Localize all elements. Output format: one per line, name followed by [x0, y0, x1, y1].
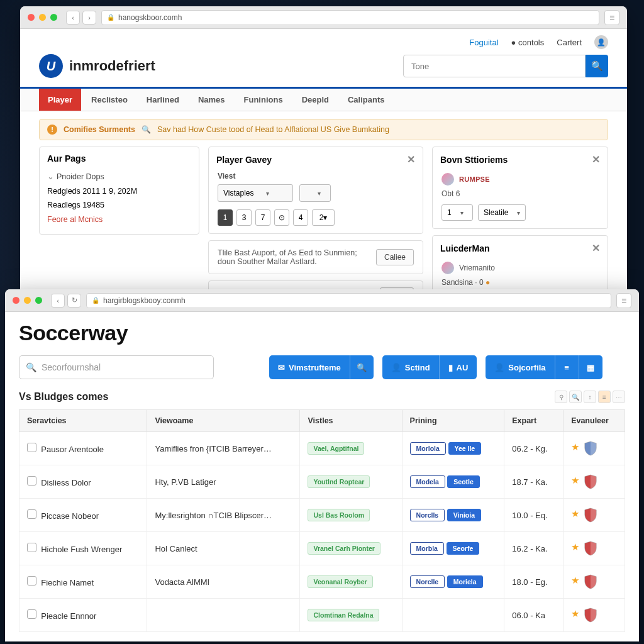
table-row[interactable]: Disliess Dolor Hty, P.VB Latiger Youtlnd…: [19, 465, 625, 499]
back-button[interactable]: ‹: [66, 11, 80, 25]
tool-sort[interactable]: ↕: [584, 391, 596, 403]
table-row[interactable]: Pieacle Ennnor Clomtinan Redalna 06.0 - …: [19, 599, 625, 632]
table-row[interactable]: Fiechie Namet Vodacta AlMMI Veonanal Roy…: [19, 565, 625, 599]
select-vistaples[interactable]: Vistaples: [218, 184, 293, 202]
nav-tab-reclisteo[interactable]: Reclisteo: [82, 89, 136, 111]
nav-tab-calipants[interactable]: Calipants: [339, 89, 394, 111]
btn-sojcorfila[interactable]: 👤Sojcorfila: [486, 355, 554, 379]
minimize-dot[interactable]: [39, 14, 46, 21]
table-row[interactable]: Piccase Nobeor My:llesrighton ∩TCIB Blip…: [19, 499, 625, 532]
close-dot[interactable]: [28, 14, 35, 21]
nav-tab-names[interactable]: Names: [189, 89, 234, 111]
sidebar-item-3[interactable]: Feore al Mcnics: [47, 213, 191, 227]
pill-2[interactable]: Yee lle: [448, 442, 482, 455]
col-seravtcies[interactable]: Seravtcies: [19, 410, 147, 432]
search-icon: 🔍: [357, 363, 367, 372]
sidebar-item-0[interactable]: ⌄Pnoider Dops: [47, 170, 191, 184]
menu-button[interactable]: ≡: [616, 293, 631, 308]
col-evanuleer[interactable]: Evanuleer: [564, 410, 625, 432]
brand-text[interactable]: Soccerway: [19, 321, 625, 345]
pill-1[interactable]: Modela: [410, 475, 445, 488]
btn-list[interactable]: ≡: [555, 355, 579, 379]
star-icon[interactable]: ★: [571, 508, 579, 519]
mini-select-num[interactable]: 1: [441, 204, 473, 221]
table-row[interactable]: Hichole Fush Wrenger Hol Canlect Vranel …: [19, 532, 625, 565]
checkbox[interactable]: [27, 543, 36, 552]
select-empty[interactable]: [299, 184, 331, 202]
zoom-dot[interactable]: [35, 297, 42, 304]
star-icon[interactable]: ★: [571, 441, 579, 452]
col-prining[interactable]: Prining: [402, 410, 504, 432]
pill-2[interactable]: Vinioia: [447, 509, 481, 521]
close-icon[interactable]: ✕: [407, 153, 415, 165]
reload-button[interactable]: ↻: [67, 294, 81, 308]
sidebar-item-1[interactable]: Redgleds 2011 1 9, 202M: [47, 184, 191, 199]
page-3[interactable]: 3: [236, 209, 252, 226]
profile-name[interactable]: RUMPSE: [459, 175, 490, 183]
col-vistles[interactable]: Vistles: [300, 410, 402, 432]
star-icon[interactable]: ★: [571, 475, 579, 486]
pill-1[interactable]: Norclls: [410, 509, 445, 521]
star-icon[interactable]: ★: [571, 608, 579, 619]
search-input[interactable]: [403, 55, 586, 77]
top-link-cartert[interactable]: Cartert: [557, 38, 582, 47]
btn-search[interactable]: 🔍: [350, 355, 374, 379]
close-dot[interactable]: [13, 297, 19, 304]
nav-tab-deepld[interactable]: Deepld: [293, 89, 338, 111]
checkbox[interactable]: [27, 509, 36, 519]
search-button[interactable]: 🔍: [586, 55, 608, 77]
pill-1[interactable]: Morlola: [410, 442, 446, 455]
checkbox[interactable]: [27, 443, 36, 452]
btn-grid[interactable]: ▦: [579, 355, 602, 379]
table-row[interactable]: Pausor Arentoole Yamiflies fron {ITCIB B…: [19, 432, 625, 465]
alert-search-icon[interactable]: 🔍: [142, 125, 151, 134]
pill-2[interactable]: Moriela: [447, 575, 483, 588]
menu-button[interactable]: ≡: [604, 10, 619, 25]
tool-more[interactable]: ⋯: [613, 391, 625, 403]
nav-tab-player[interactable]: Player: [39, 89, 81, 111]
star-icon[interactable]: ★: [571, 541, 579, 552]
btn-sctind[interactable]: 👤Sctind: [382, 355, 439, 379]
col-expart[interactable]: Expart: [504, 410, 564, 432]
page-target[interactable]: ⊙: [274, 209, 289, 226]
page-1[interactable]: 1: [218, 209, 233, 226]
col-viewoame[interactable]: Viewoame: [147, 410, 300, 432]
pill-1[interactable]: Norclle: [410, 575, 445, 588]
top-link-foguital[interactable]: Foguital: [469, 38, 498, 47]
btn-vimstrufteme[interactable]: ✉Vimstrufteme: [269, 355, 350, 379]
close-icon[interactable]: ✕: [592, 153, 600, 165]
zoom-dot[interactable]: [50, 14, 57, 21]
checkbox[interactable]: [27, 476, 36, 486]
note-button[interactable]: Caliee: [376, 249, 414, 265]
btn-au[interactable]: ▮AU: [439, 355, 477, 379]
nav-tab-harlined[interactable]: Harlined: [138, 89, 188, 111]
tool-filter[interactable]: ≡: [598, 391, 611, 403]
forward-button[interactable]: ›: [82, 11, 96, 25]
sidebar-item-2[interactable]: Readlegs 19485: [47, 198, 191, 213]
profile-name2[interactable]: Vriemanito: [459, 264, 495, 272]
url-bar[interactable]: 🔒 hargirblogskbooy:conmh: [86, 293, 611, 308]
checkbox[interactable]: [27, 609, 36, 619]
top-link-contols[interactable]: ● contols: [511, 38, 545, 47]
user-avatar[interactable]: 👤: [594, 35, 608, 49]
star-icon[interactable]: ★: [571, 575, 579, 586]
page-7[interactable]: 7: [255, 209, 270, 226]
pill-2[interactable]: Seotle: [447, 475, 480, 488]
tool-search[interactable]: 🔍: [569, 391, 582, 403]
tool-link[interactable]: ⚲: [555, 391, 567, 403]
mini-select-sleatile[interactable]: Sleatile: [478, 204, 526, 221]
checkbox[interactable]: [27, 576, 36, 586]
pill-2[interactable]: Seorfe: [447, 542, 480, 555]
brand[interactable]: U inmrodefriert: [39, 54, 155, 78]
close-icon[interactable]: ✕: [592, 242, 600, 254]
shield-icon: [584, 474, 597, 489]
page-4[interactable]: 4: [293, 209, 308, 226]
cell-name: Fiechie Namet: [41, 578, 94, 587]
minimize-dot[interactable]: [24, 297, 31, 304]
back-button[interactable]: ‹: [51, 294, 65, 308]
nav-tab-funinions[interactable]: Funinions: [235, 89, 292, 111]
page-2-dropdown[interactable]: 2 ▾: [312, 209, 335, 226]
url-bar[interactable]: 🔒 hanogskboor.comh: [101, 10, 599, 25]
pill-1[interactable]: Morbla: [410, 542, 444, 555]
search-box[interactable]: 🔍 Secorfournshal: [19, 355, 214, 379]
